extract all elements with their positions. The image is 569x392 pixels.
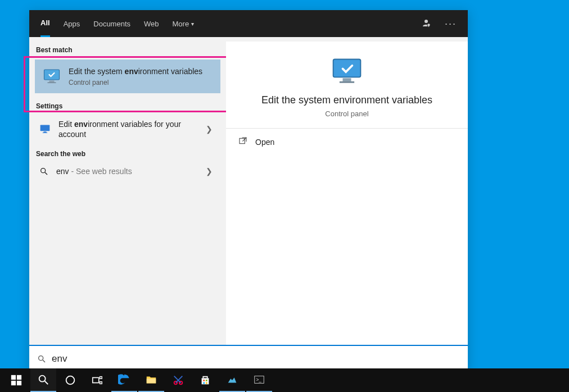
control-panel-monitor-icon	[330, 55, 364, 89]
svg-rect-30	[206, 382, 207, 384]
search-icon	[37, 354, 46, 363]
svg-rect-27	[203, 380, 205, 381]
search-panel: All Apps Documents Web More ··· Best mat…	[29, 10, 468, 372]
svg-text:>_: >_	[256, 377, 262, 382]
settings-pre: Edit	[58, 120, 74, 129]
start-button[interactable]	[3, 368, 29, 392]
web-result[interactable]: env - See web results ❯	[29, 161, 226, 181]
svg-line-13	[43, 360, 45, 362]
svg-point-12	[39, 356, 43, 361]
taskbar-app1[interactable]	[219, 368, 245, 392]
scope-tabs: All Apps Documents Web More ···	[29, 10, 468, 37]
svg-rect-5	[43, 133, 47, 133]
options-icon[interactable]: ···	[445, 18, 457, 30]
open-label: Open	[255, 138, 274, 147]
chevron-right-icon: ❯	[206, 167, 216, 176]
svg-rect-10	[340, 81, 354, 83]
best-match-text: Edit the system environment variables Co…	[69, 66, 202, 86]
taskbar-search[interactable]	[30, 368, 56, 392]
svg-rect-17	[17, 381, 21, 385]
svg-rect-3	[40, 125, 50, 131]
heading-best-match: Best match	[29, 42, 226, 57]
tab-apps[interactable]: Apps	[64, 10, 80, 37]
open-action[interactable]: Open	[226, 129, 468, 155]
control-panel-monitor-icon	[42, 66, 62, 86]
svg-rect-22	[100, 377, 102, 379]
open-icon	[238, 136, 247, 147]
svg-rect-28	[206, 380, 207, 381]
search-input-row	[29, 345, 468, 372]
svg-rect-2	[48, 83, 56, 84]
svg-point-6	[41, 168, 46, 172]
svg-rect-15	[17, 375, 21, 380]
web-query: env	[56, 167, 69, 176]
svg-rect-29	[203, 382, 205, 384]
tab-documents[interactable]: Documents	[93, 10, 130, 37]
detail-sub: Control panel	[237, 110, 457, 118]
best-title-bold: env	[125, 67, 138, 76]
svg-rect-8	[333, 60, 361, 78]
web-suffix: - See web results	[69, 167, 132, 176]
results-area: Best match Edit the system environment v…	[29, 37, 468, 345]
tab-more[interactable]: More	[173, 10, 195, 37]
svg-line-19	[45, 381, 48, 385]
monitor-icon	[39, 124, 51, 135]
svg-line-7	[45, 172, 47, 175]
best-match-sub: Control panel	[69, 79, 202, 86]
best-match-result[interactable]: Edit the system environment variables Co…	[35, 60, 220, 93]
taskbar-store[interactable]	[192, 368, 218, 392]
taskbar-edge[interactable]	[111, 368, 137, 392]
detail-hero: Edit the system environment variables Co…	[226, 42, 468, 129]
best-title-pre: Edit the system	[69, 67, 125, 76]
settings-result[interactable]: Edit environment variables for your acco…	[29, 113, 226, 145]
heading-settings: Settings	[29, 98, 226, 113]
results-list: Best match Edit the system environment v…	[29, 37, 226, 345]
svg-rect-24	[147, 379, 156, 383]
svg-point-18	[39, 376, 46, 382]
taskbar-cortana[interactable]	[57, 368, 83, 392]
taskbar-taskview[interactable]	[84, 368, 110, 392]
svg-rect-9	[343, 78, 351, 81]
tab-web[interactable]: Web	[144, 10, 159, 37]
svg-rect-4	[44, 132, 47, 133]
detail-title: Edit the system environment variables	[237, 94, 457, 106]
feedback-icon[interactable]	[421, 18, 431, 30]
svg-point-20	[66, 376, 75, 385]
taskbar-terminal[interactable]: >_	[246, 368, 272, 392]
heading-search-web: Search the web	[29, 145, 226, 161]
taskbar-snip[interactable]	[165, 368, 191, 392]
svg-rect-23	[100, 382, 102, 384]
svg-rect-21	[93, 377, 99, 382]
taskbar: >_	[0, 368, 569, 392]
search-icon	[39, 167, 48, 176]
svg-rect-11	[240, 138, 245, 143]
svg-rect-16	[11, 381, 16, 385]
tab-all[interactable]: All	[40, 10, 50, 37]
svg-rect-14	[11, 375, 16, 380]
detail-pane: Edit the system environment variables Co…	[226, 42, 468, 345]
taskbar-file-explorer[interactable]	[138, 368, 164, 392]
chevron-right-icon: ❯	[206, 125, 216, 134]
search-input[interactable]	[52, 353, 460, 364]
svg-rect-1	[49, 81, 55, 83]
best-title-post: ironment variables	[138, 67, 202, 76]
settings-bold: env	[74, 120, 88, 129]
